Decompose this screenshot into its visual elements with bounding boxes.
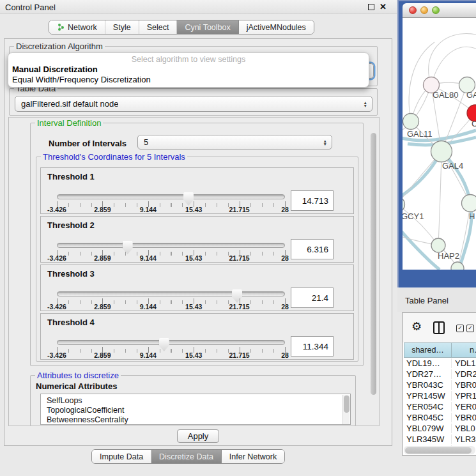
- column-header-name[interactable]: n…: [452, 342, 476, 358]
- tab-infer-network[interactable]: Infer Network: [222, 450, 284, 463]
- tab-label: Style: [113, 23, 131, 32]
- threshold-value-box[interactable]: 11.344: [291, 336, 334, 357]
- cell-name[interactable]: YBL0: [452, 424, 475, 433]
- cell-name[interactable]: YBR0: [452, 380, 476, 390]
- attribute-item[interactable]: SelfLoops: [41, 396, 350, 406]
- threshold-slider[interactable]: -3.4262.8599.14415.4321.71528: [57, 192, 285, 214]
- dropdown-option-equal-width-frequency[interactable]: Equal Width/Frequency Discretization: [11, 75, 366, 85]
- numerical-attributes-label: Numerical Attributes: [36, 381, 117, 391]
- gear-icon[interactable]: ⚙: [411, 319, 422, 334]
- tab-label: Infer Network: [229, 452, 277, 461]
- list-scrollbar[interactable]: [342, 395, 349, 424]
- cell-name[interactable]: YPR1: [452, 391, 476, 401]
- column-header-shared-name[interactable]: shared…: [404, 342, 452, 358]
- threshold-value-box[interactable]: 21.4: [291, 288, 334, 308]
- cell-name[interactable]: YER0: [452, 402, 476, 411]
- network-canvas[interactable]: GAL80GACGAL11GAL4GCY1HHAP2: [403, 18, 476, 270]
- network-node[interactable]: [403, 114, 419, 130]
- minimize-traffic-light-icon[interactable]: [420, 6, 428, 14]
- num-intervals-combobox[interactable]: 5 ▲▼: [137, 135, 332, 150]
- network-node[interactable]: [462, 195, 476, 212]
- cell-shared-name[interactable]: YBR045C: [404, 413, 452, 422]
- network-node[interactable]: [431, 238, 445, 252]
- network-node[interactable]: [431, 141, 452, 162]
- slider-scale-labels: -3.4262.8599.14415.4321.71528: [57, 254, 285, 262]
- cell-name[interactable]: YDL1: [452, 358, 476, 368]
- table-toolbar: ⚙ ✓ ✓: [403, 313, 476, 342]
- vertical-scrollbar[interactable]: [369, 119, 378, 425]
- table-data-combobox[interactable]: galFiltered.sif default node ▲▼: [15, 96, 372, 112]
- numerical-attributes-list[interactable]: SelfLoopsTopologicalCoefficientBetweenne…: [40, 394, 351, 425]
- slider-track[interactable]: [57, 243, 285, 248]
- horizontal-scrollbar[interactable]: [404, 446, 475, 454]
- vertical-scrollbar-thumb[interactable]: [371, 133, 376, 395]
- screen: Control Panel ✕ Network Style Select Cyn…: [0, 0, 476, 476]
- cell-name[interactable]: YLR3: [452, 434, 476, 444]
- horizontal-scrollbar-thumb[interactable]: [405, 447, 472, 454]
- cell-shared-name[interactable]: YBR043C: [404, 380, 452, 390]
- settings-scroll-area: Interval Definition Number of Intervals …: [8, 117, 380, 426]
- table-row[interactable]: YDR27…YDR2: [404, 369, 476, 380]
- close-icon[interactable]: ✕: [380, 2, 387, 12]
- cell-shared-name[interactable]: YPR145W: [404, 391, 452, 401]
- zoom-traffic-light-icon[interactable]: [432, 6, 440, 14]
- cell-shared-name[interactable]: YDR27…: [404, 369, 452, 379]
- table-row[interactable]: YDL19…YDL1: [404, 358, 476, 369]
- tab-style[interactable]: Style: [105, 20, 139, 34]
- cell-shared-name[interactable]: YLR345W: [404, 434, 452, 444]
- cell-name[interactable]: YBR0: [452, 413, 476, 422]
- tab-jactivemnodules[interactable]: jActiveMNodules: [239, 20, 314, 34]
- table-row[interactable]: YBR043CYBR0: [404, 380, 476, 390]
- threshold-label: Threshold 3: [47, 269, 95, 279]
- tab-impute-data[interactable]: Impute Data: [92, 450, 151, 463]
- tab-discretize-data[interactable]: Discretize Data: [151, 450, 222, 463]
- num-intervals-value: 5: [144, 137, 148, 147]
- split-columns-icon[interactable]: [433, 321, 445, 334]
- apply-button[interactable]: Apply: [177, 429, 219, 443]
- slider-track[interactable]: [57, 194, 285, 199]
- group-title: Attributes to discretize: [35, 371, 121, 380]
- node-label: GA: [466, 90, 476, 100]
- threshold-slider[interactable]: -3.4262.8599.14415.4321.71528: [57, 241, 285, 263]
- table-row[interactable]: YER054CYER0: [404, 401, 476, 412]
- cell-shared-name[interactable]: YBL079W: [404, 424, 452, 433]
- close-traffic-light-icon[interactable]: [409, 6, 417, 14]
- cyni-toolbox-panel: Discretization Algorithm ▲▼ Select algor…: [4, 38, 392, 446]
- tab-network[interactable]: Network: [49, 20, 105, 34]
- threshold-value-box[interactable]: 14.713: [291, 190, 334, 211]
- table-row[interactable]: YBL079WYBL0: [404, 423, 476, 434]
- threshold-slider[interactable]: -3.4262.8599.14415.4321.71528: [57, 338, 285, 360]
- num-intervals-label: Number of Intervals: [49, 139, 127, 148]
- tab-label: jActiveMNodules: [247, 23, 306, 32]
- list-scrollbar-thumb[interactable]: [344, 395, 349, 413]
- mode-tab-bar: Impute Data Discretize Data Infer Networ…: [91, 449, 285, 464]
- cell-shared-name[interactable]: YER054C: [404, 402, 452, 411]
- thresholds-group: Threshold's Coordinates for 5 Intervals …: [36, 157, 358, 362]
- network-window-titlebar[interactable]: [403, 3, 476, 18]
- table-row[interactable]: YLR345WYLR3: [404, 434, 476, 445]
- control-panel: Control Panel ✕ Network Style Select Cyn…: [0, 0, 397, 476]
- slider-scale-labels: -3.4262.8599.14415.4321.71528: [57, 206, 285, 213]
- control-panel-titlebar: Control Panel ✕: [0, 0, 397, 14]
- checkbox-checked-icon[interactable]: ✓: [456, 325, 464, 332]
- cell-name[interactable]: YDR2: [452, 369, 476, 379]
- table-row[interactable]: YBR045CYBR0: [404, 412, 476, 423]
- checkbox-checked-icon[interactable]: ✓: [466, 325, 474, 332]
- float-window-icon[interactable]: [368, 4, 374, 10]
- attribute-item[interactable]: BetweennessCentrality: [41, 415, 350, 425]
- thresholds-container: Threshold 1 -3.4262.8599.14415.4321.7152…: [40, 167, 354, 362]
- cell-shared-name[interactable]: YDL19…: [404, 358, 452, 368]
- tab-cyni-toolbox[interactable]: Cyni Toolbox: [177, 20, 238, 34]
- threshold-value-box[interactable]: 6.316: [291, 239, 334, 259]
- dropdown-placeholder: Select algorithm to view settings: [11, 55, 366, 65]
- slider-track[interactable]: [57, 291, 285, 296]
- dropdown-option-manual-discretization[interactable]: Manual Discretization: [11, 65, 366, 75]
- threshold-card: Threshold 3 -3.4262.8599.14415.4321.7152…: [40, 265, 354, 311]
- threshold-slider[interactable]: -3.4262.8599.14415.4321.71528: [57, 289, 285, 311]
- tab-select[interactable]: Select: [139, 20, 178, 34]
- attribute-item[interactable]: TopologicalCoefficient: [41, 406, 350, 415]
- slider-track[interactable]: [57, 340, 285, 345]
- table-row[interactable]: YPR145WYPR1: [404, 390, 476, 401]
- group-title: Interval Definition: [35, 118, 103, 128]
- tab-label: Impute Data: [100, 452, 143, 461]
